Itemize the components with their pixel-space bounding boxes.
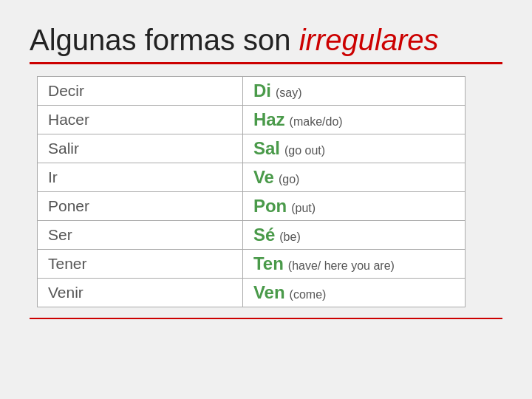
meaning-text: (have/ here you are) [288,259,395,272]
table-row: VenirVen(come) [38,279,466,307]
form-cell: Ven(come) [242,279,465,307]
table-row: DecirDi(say) [38,77,466,106]
verb-table-wrapper: DecirDi(say)HacerHaz(make/do)SalirSal(go… [37,76,466,307]
verb-cell: Decir [38,77,243,106]
imperative-form: Sal [253,138,280,158]
title-divider [30,62,502,64]
verb-cell: Hacer [38,106,243,134]
form-cell: Sal(go out) [242,134,465,163]
imperative-form: Haz [253,109,285,129]
verb-table: DecirDi(say)HacerHaz(make/do)SalirSal(go… [37,76,466,307]
verb-cell: Venir [38,279,243,307]
imperative-form: Di [253,81,271,100]
imperative-form: Ten [253,253,284,273]
imperative-form: Ven [253,282,285,302]
table-row: TenerTen(have/ here you are) [38,250,466,279]
verb-cell: Tener [38,250,243,279]
title-prefix: Algunas formas son [30,24,299,56]
meaning-text: (be) [279,231,300,243]
table-row: IrVe(go) [38,163,466,192]
form-cell: Di(say) [242,77,465,106]
table-row: PonerPon(put) [38,192,466,221]
form-cell: Pon(put) [242,192,465,221]
form-cell: Ten(have/ here you are) [242,250,465,279]
page-title: Algunas formas son irregulares [30,22,502,58]
table-row: SerSé(be) [38,221,466,250]
imperative-form: Pon [253,196,287,216]
verb-cell: Poner [38,192,243,221]
table-row: SalirSal(go out) [38,134,466,163]
title-highlight: irregulares [299,24,439,56]
meaning-text: (go out) [284,144,325,157]
imperative-form: Ve [253,167,274,187]
meaning-text: (put) [291,202,316,214]
form-cell: Haz(make/do) [242,106,465,134]
table-row: HacerHaz(make/do) [38,106,466,134]
verb-cell: Ser [38,221,243,250]
bottom-divider [30,318,502,319]
meaning-text: (say) [276,86,302,99]
form-cell: Sé(be) [242,221,465,250]
title-section: Algunas formas son irregulares [30,22,502,64]
imperative-form: Sé [253,225,275,245]
form-cell: Ve(go) [242,163,465,192]
verb-cell: Salir [38,134,243,163]
meaning-text: (make/do) [290,115,343,128]
meaning-text: (go) [279,173,299,185]
verb-cell: Ir [38,163,243,192]
meaning-text: (come) [290,288,327,301]
